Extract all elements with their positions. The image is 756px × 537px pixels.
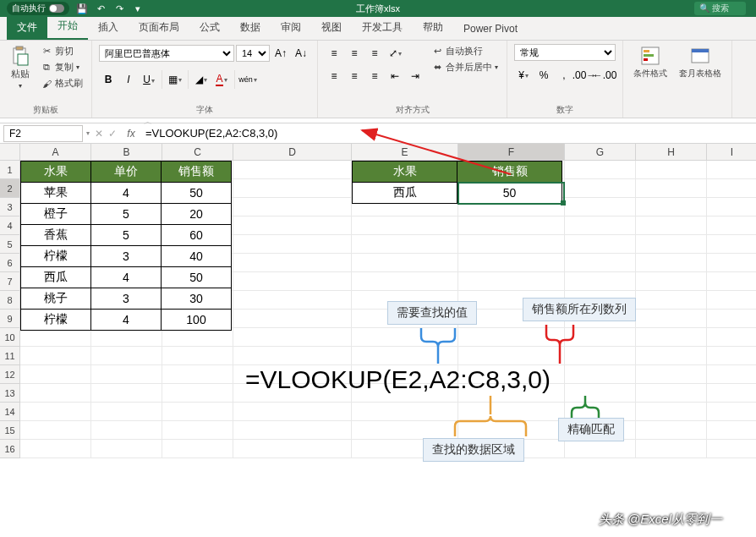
cell[interactable] (233, 161, 352, 179)
grid[interactable]: A B C D E F G H I 1234567891011121314151… (0, 144, 756, 537)
cell[interactable] (20, 365, 91, 384)
align-middle-button[interactable]: ≡ (345, 44, 364, 63)
cell[interactable] (707, 384, 756, 403)
cell[interactable] (565, 365, 636, 384)
row-1[interactable]: 1 (0, 161, 20, 179)
cell[interactable] (91, 365, 162, 384)
increase-decimal-button[interactable]: .00→ (575, 66, 594, 85)
italic-button[interactable]: I (119, 70, 138, 89)
cell[interactable] (707, 421, 756, 440)
cell[interactable] (707, 161, 756, 179)
cell[interactable] (707, 440, 756, 458)
cell[interactable] (91, 421, 162, 440)
cell[interactable] (636, 365, 707, 384)
cell[interactable] (565, 235, 636, 254)
cell[interactable] (636, 384, 707, 403)
qat-more-icon[interactable]: ▾ (132, 3, 144, 14)
cell[interactable] (636, 291, 707, 310)
cell[interactable] (352, 254, 458, 272)
conditional-format-button[interactable]: 条件格式 (630, 44, 671, 81)
row-15[interactable]: 15 (0, 421, 20, 440)
tab-review[interactable]: 审阅 (271, 15, 311, 40)
orientation-button[interactable]: ⤢ (386, 44, 404, 63)
cell[interactable] (352, 421, 458, 440)
row-12[interactable]: 12 (0, 365, 20, 384)
cell[interactable] (458, 216, 565, 235)
cell[interactable] (233, 254, 352, 272)
cell[interactable] (707, 216, 756, 235)
cell[interactable] (20, 440, 91, 458)
decrease-decimal-button[interactable]: ←.00 (595, 66, 614, 85)
cell[interactable] (233, 440, 352, 458)
cell[interactable] (636, 254, 707, 272)
tab-layout[interactable]: 页面布局 (129, 15, 189, 40)
cell[interactable] (458, 272, 565, 291)
col-F[interactable]: F (458, 144, 565, 161)
phonetic-button[interactable]: wén (238, 70, 257, 89)
tab-view[interactable]: 视图 (311, 15, 352, 40)
cell[interactable] (707, 272, 756, 291)
font-size-select[interactable]: 14 (236, 45, 270, 62)
undo-icon[interactable]: ↶ (95, 3, 107, 14)
increase-font-button[interactable]: A↑ (271, 44, 290, 63)
row-13[interactable]: 13 (0, 384, 20, 403)
cell[interactable] (162, 403, 233, 421)
cell[interactable] (233, 216, 352, 235)
paste-button[interactable]: 粘贴 ▾ (7, 44, 34, 91)
tab-formulas[interactable]: 公式 (189, 15, 230, 40)
row-3[interactable]: 3 (0, 198, 20, 216)
format-painter-button[interactable]: 🖌格式刷 (39, 76, 85, 90)
cell[interactable] (565, 254, 636, 272)
cell[interactable] (162, 440, 233, 458)
tab-home[interactable]: 开始 (47, 14, 88, 40)
save-icon[interactable]: 💾 (76, 3, 88, 14)
align-right-button[interactable]: ≡ (365, 67, 384, 85)
cell[interactable] (20, 403, 91, 421)
collapse-icon[interactable]: ︿ (144, 116, 152, 128)
cell[interactable] (636, 216, 707, 235)
row-8[interactable]: 8 (0, 291, 20, 310)
cell[interactable] (707, 254, 756, 272)
col-G[interactable]: G (565, 144, 636, 161)
cell[interactable] (565, 161, 636, 179)
col-D[interactable]: D (233, 144, 352, 161)
cancel-icon[interactable]: ✕ (95, 128, 103, 140)
tab-developer[interactable]: 开发工具 (352, 15, 413, 40)
merge-center-button[interactable]: ⬌合并后居中▾ (430, 60, 500, 74)
cell[interactable] (707, 235, 756, 254)
cell[interactable] (91, 384, 162, 403)
cell[interactable] (233, 272, 352, 291)
increase-indent-button[interactable]: ⇥ (406, 67, 425, 85)
cell[interactable] (565, 272, 636, 291)
cell[interactable] (636, 179, 707, 198)
comma-button[interactable]: , (555, 66, 573, 85)
cell[interactable] (162, 347, 233, 365)
cell[interactable] (20, 347, 91, 365)
row-7[interactable]: 7 (0, 272, 20, 291)
col-A[interactable]: A (20, 144, 91, 161)
redo-icon[interactable]: ↷ (113, 3, 125, 14)
cell[interactable] (636, 403, 707, 421)
col-C[interactable]: C (162, 144, 233, 161)
cell[interactable] (233, 291, 352, 310)
cell[interactable] (565, 216, 636, 235)
row-2[interactable]: 2 (0, 179, 20, 198)
cell[interactable] (352, 272, 458, 291)
tab-insert[interactable]: 插入 (88, 15, 129, 40)
cell[interactable] (707, 198, 756, 216)
cell[interactable] (233, 310, 352, 328)
cell[interactable] (636, 421, 707, 440)
cell[interactable] (636, 235, 707, 254)
cell[interactable] (233, 179, 352, 198)
cell[interactable] (707, 347, 756, 365)
align-top-button[interactable]: ≡ (325, 44, 343, 63)
underline-button[interactable]: U (140, 70, 158, 89)
cell[interactable] (162, 384, 233, 403)
border-button[interactable]: ▦ (166, 70, 184, 89)
align-bottom-button[interactable]: ≡ (365, 44, 384, 63)
cell[interactable] (565, 440, 636, 458)
cell[interactable] (233, 235, 352, 254)
cell[interactable] (91, 328, 162, 347)
cell[interactable] (636, 347, 707, 365)
row-16[interactable]: 16 (0, 440, 20, 458)
